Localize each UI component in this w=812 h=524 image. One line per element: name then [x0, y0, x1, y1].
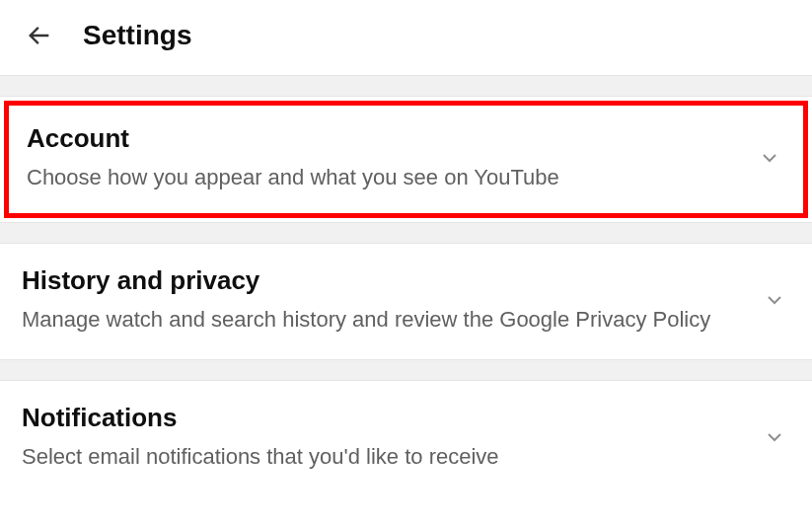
- settings-header: Settings: [0, 0, 812, 75]
- settings-item-description: Manage watch and search history and revi…: [22, 304, 741, 336]
- settings-item-history-privacy[interactable]: History and privacy Manage watch and sea…: [0, 244, 812, 359]
- section-divider: [0, 75, 812, 97]
- chevron-down-icon: [761, 286, 788, 314]
- settings-item-notifications[interactable]: Notifications Select email notifications…: [0, 381, 812, 496]
- back-arrow-icon[interactable]: [24, 20, 55, 51]
- section-divider: [0, 359, 812, 381]
- chevron-down-icon: [756, 144, 783, 172]
- section-divider: [0, 222, 812, 244]
- settings-item-text: Account Choose how you appear and what y…: [27, 123, 756, 193]
- settings-item-description: Select email notifications that you'd li…: [22, 441, 741, 473]
- page-title: Settings: [83, 20, 191, 51]
- settings-item-title: History and privacy: [22, 265, 741, 296]
- chevron-down-icon: [761, 423, 788, 451]
- settings-item-text: Notifications Select email notifications…: [22, 403, 761, 473]
- settings-item-title: Account: [27, 123, 736, 154]
- settings-item-description: Choose how you appear and what you see o…: [27, 162, 736, 193]
- settings-item-title: Notifications: [22, 403, 741, 433]
- settings-item-account[interactable]: Account Choose how you appear and what y…: [4, 101, 808, 218]
- settings-item-text: History and privacy Manage watch and sea…: [22, 265, 761, 336]
